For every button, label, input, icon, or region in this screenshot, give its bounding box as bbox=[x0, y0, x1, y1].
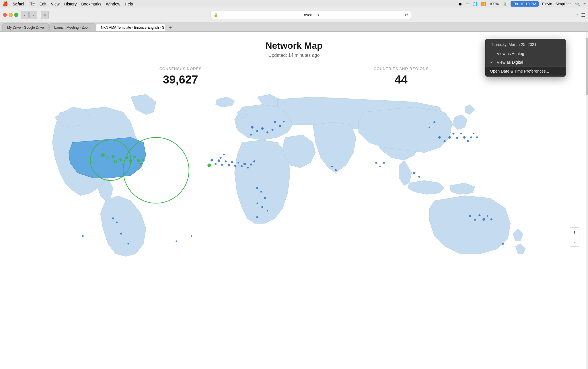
traffic-lights bbox=[3, 13, 18, 17]
svg-point-40 bbox=[223, 154, 225, 155]
close-button[interactable] bbox=[3, 13, 7, 17]
svg-point-66 bbox=[264, 197, 266, 199]
view-as-analog-item[interactable]: View as Analog bbox=[485, 49, 566, 58]
svg-point-36 bbox=[247, 167, 249, 168]
svg-point-24 bbox=[283, 121, 285, 122]
minimize-button[interactable] bbox=[9, 13, 13, 17]
svg-point-17 bbox=[261, 127, 264, 130]
tab-zoom[interactable]: Launch Meeting - Zoom bbox=[49, 23, 96, 31]
main-content: Network Map Updated: 14 minutes ago CONS… bbox=[0, 32, 588, 369]
menu-view[interactable]: View bbox=[51, 2, 60, 6]
svg-point-25 bbox=[211, 159, 213, 162]
svg-point-80 bbox=[433, 121, 435, 123]
forward-icon: › bbox=[33, 13, 34, 17]
svg-point-29 bbox=[225, 160, 227, 162]
address-text: nscan.io bbox=[219, 13, 403, 17]
svg-point-60 bbox=[482, 218, 485, 221]
svg-point-69 bbox=[267, 210, 268, 211]
analog-checkmark bbox=[490, 52, 494, 56]
zoom-out-button[interactable]: - bbox=[570, 237, 579, 247]
tab-google-docs[interactable]: NKN AMA Template - Binance English - Goo… bbox=[96, 23, 165, 31]
svg-point-52 bbox=[375, 162, 377, 164]
countries-label: COUNTRIES AND REGIONS bbox=[374, 67, 429, 71]
menu-file[interactable]: File bbox=[28, 2, 35, 6]
menu-history[interactable]: History bbox=[64, 2, 77, 6]
zoom-controls: + - bbox=[570, 227, 579, 247]
stat-consensus-nodes: CONSENSUS NODES 39,627 bbox=[159, 67, 202, 86]
wifi-icon: 📶 bbox=[481, 2, 486, 6]
view-as-digital-item[interactable]: ✓ View as Digital bbox=[485, 58, 566, 67]
browser-toolbar: ‹ › ▭ 🔒 nscan.io ↺ ↑ ☰ bbox=[0, 8, 588, 22]
reading-list-icon[interactable]: ☰ bbox=[581, 12, 585, 18]
svg-point-58 bbox=[474, 219, 476, 221]
svg-point-59 bbox=[478, 214, 480, 216]
sidebar-toggle[interactable]: ▭ bbox=[41, 11, 49, 19]
svg-point-47 bbox=[463, 136, 466, 139]
svg-point-37 bbox=[250, 164, 252, 166]
svg-point-34 bbox=[241, 165, 243, 167]
svg-point-3 bbox=[101, 153, 105, 157]
svg-point-15 bbox=[251, 126, 254, 129]
screen-record-icon: ⏺ bbox=[458, 2, 462, 6]
svg-point-28 bbox=[221, 164, 223, 166]
reload-button[interactable]: ↺ bbox=[405, 13, 408, 17]
svg-point-19 bbox=[271, 129, 273, 131]
svg-point-35 bbox=[244, 163, 246, 165]
svg-point-49 bbox=[470, 136, 472, 138]
svg-point-64 bbox=[256, 187, 258, 189]
svg-point-42 bbox=[443, 140, 445, 142]
share-icon[interactable]: ↑ bbox=[576, 12, 578, 18]
scrollbar-thumb[interactable] bbox=[586, 38, 588, 95]
svg-point-39 bbox=[220, 157, 222, 159]
consensus-nodes-value: 39,627 bbox=[159, 73, 202, 86]
svg-point-41 bbox=[438, 136, 441, 139]
svg-point-30 bbox=[228, 164, 230, 166]
menu-window[interactable]: Window bbox=[106, 2, 120, 6]
open-date-time-preferences-item[interactable]: Open Date & Time Preferences... bbox=[485, 67, 566, 75]
tab-label-google-drive: My Drive - Google Drive bbox=[7, 26, 44, 30]
svg-point-71 bbox=[112, 217, 114, 220]
svg-point-31 bbox=[231, 161, 233, 163]
svg-point-73 bbox=[120, 233, 122, 235]
maximize-button[interactable] bbox=[14, 13, 18, 17]
svg-point-74 bbox=[127, 243, 129, 244]
apple-menu[interactable]: 🍎 bbox=[2, 1, 8, 7]
airplay-icon: ▭ bbox=[466, 2, 469, 6]
svg-point-13 bbox=[140, 163, 142, 165]
forward-button[interactable]: › bbox=[29, 11, 37, 19]
zoom-in-button[interactable]: + bbox=[570, 227, 579, 237]
svg-point-61 bbox=[487, 215, 488, 217]
app-name[interactable]: Safari bbox=[13, 2, 24, 6]
svg-point-79 bbox=[331, 166, 333, 167]
siri-icon: 🌐 bbox=[473, 2, 478, 6]
tab-label-zoom: Launch Meeting - Zoom bbox=[54, 26, 91, 30]
scrollbar[interactable] bbox=[586, 32, 588, 369]
svg-point-65 bbox=[260, 191, 262, 193]
input-method[interactable]: Pinyin - Simplified bbox=[542, 2, 572, 6]
svg-point-22 bbox=[274, 121, 276, 123]
clock-dropdown-menu: Thursday, March 25, 2021 View as Analog … bbox=[485, 39, 566, 77]
battery-text: 100% bbox=[489, 2, 499, 6]
svg-point-18 bbox=[266, 131, 268, 133]
svg-point-62 bbox=[490, 218, 492, 220]
battery-icon: 🔋 bbox=[502, 2, 507, 6]
svg-point-48 bbox=[467, 140, 469, 142]
digital-checkmark: ✓ bbox=[490, 60, 494, 65]
svg-point-56 bbox=[418, 176, 420, 178]
svg-point-44 bbox=[452, 133, 454, 135]
new-tab-button[interactable]: + bbox=[167, 24, 174, 31]
menu-edit[interactable]: Edit bbox=[39, 2, 46, 6]
view-as-digital-label: View as Digital bbox=[497, 60, 523, 65]
address-bar[interactable]: 🔒 nscan.io ↺ bbox=[211, 11, 411, 19]
menu-help[interactable]: Help bbox=[125, 2, 133, 6]
search-icon[interactable]: 🔍 bbox=[575, 2, 580, 6]
menu-bookmarks[interactable]: Bookmarks bbox=[81, 2, 101, 6]
svg-point-70 bbox=[256, 216, 258, 218]
clock-display[interactable]: Thu 10:19 PM bbox=[511, 1, 539, 7]
svg-point-20 bbox=[250, 134, 252, 135]
svg-point-77 bbox=[176, 240, 177, 242]
control-center-icon[interactable]: ≡ bbox=[583, 2, 586, 6]
tab-google-drive[interactable]: My Drive - Google Drive bbox=[2, 23, 49, 31]
back-button[interactable]: ‹ bbox=[21, 11, 29, 19]
svg-point-45 bbox=[456, 137, 458, 139]
